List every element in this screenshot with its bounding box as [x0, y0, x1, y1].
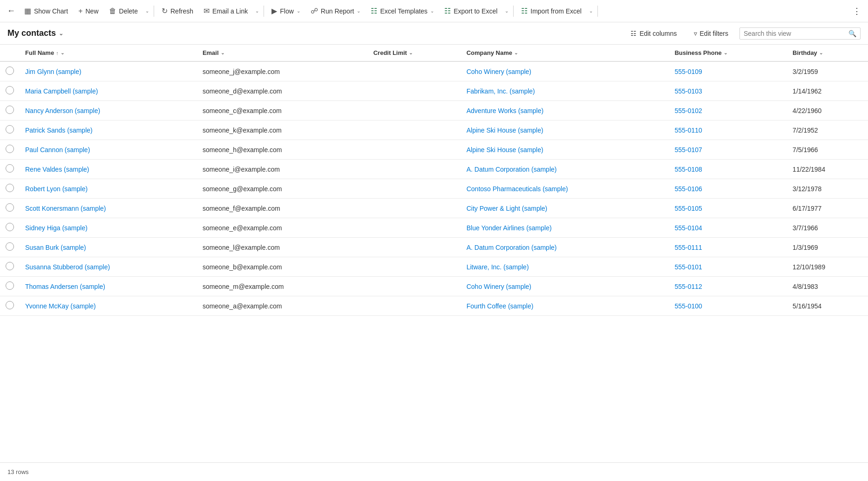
cell-birthday: 4/8/1983: [787, 277, 868, 296]
full-name-link[interactable]: Rene Valdes (sample): [25, 166, 89, 173]
full-name-link[interactable]: Robert Lyon (sample): [25, 185, 88, 193]
table-row: Scott Konersmann (sample)someone_f@examp…: [0, 199, 868, 218]
cell-full-name: Scott Konersmann (sample): [20, 199, 197, 218]
company-name-link[interactable]: City Power & Light (sample): [467, 205, 548, 212]
email-dropdown-button[interactable]: ⌄: [253, 6, 261, 16]
edit-filters-button[interactable]: ▿ Edit filters: [688, 27, 734, 40]
delete-button[interactable]: 🗑 Delete: [104, 4, 142, 18]
import-excel-button[interactable]: ☷ Import from Excel: [516, 4, 586, 18]
full-name-link[interactable]: Sidney Higa (sample): [25, 224, 88, 232]
full-name-link[interactable]: Patrick Sands (sample): [25, 127, 93, 134]
cell-credit-limit: [368, 199, 461, 218]
cell-email: someone_j@example.com: [197, 61, 368, 81]
cell-business-phone: 555-0109: [669, 61, 787, 81]
more-button[interactable]: ⋮: [849, 4, 864, 19]
col-business-phone[interactable]: Business Phone ⌄: [669, 45, 787, 61]
phone-value: 555-0109: [675, 68, 702, 75]
search-icon: 🔍: [848, 30, 856, 37]
full-name-link[interactable]: Paul Cannon (sample): [25, 146, 90, 154]
row-checkbox[interactable]: [6, 145, 14, 153]
email-link-button[interactable]: ✉ Email a Link: [199, 4, 252, 18]
import-dropdown-button[interactable]: ⌄: [587, 6, 595, 16]
row-checkbox[interactable]: [6, 223, 14, 231]
company-name-link[interactable]: A. Datum Corporation (sample): [467, 166, 557, 173]
row-count: 13 rows: [7, 468, 29, 475]
col-company-name[interactable]: Company Name ⌄: [461, 45, 669, 61]
col-email[interactable]: Email ⌄: [197, 45, 368, 61]
full-name-link[interactable]: Susanna Stubberod (sample): [25, 263, 110, 271]
export-excel-button[interactable]: ☷ Export to Excel: [440, 4, 502, 18]
phone-value: 555-0104: [675, 224, 702, 232]
full-name-link[interactable]: Maria Campbell (sample): [25, 87, 98, 95]
row-checkbox[interactable]: [6, 106, 14, 114]
company-name-link[interactable]: Alpine Ski House (sample): [467, 127, 543, 134]
company-name-link[interactable]: A. Datum Corporation (sample): [467, 244, 557, 251]
excel-templates-button[interactable]: ☷ Excel Templates ⌄: [366, 4, 439, 18]
row-checkbox[interactable]: [6, 67, 14, 75]
company-name-link[interactable]: Litware, Inc. (sample): [467, 263, 529, 271]
row-checkbox-cell: [0, 179, 20, 199]
row-checkbox[interactable]: [6, 203, 14, 212]
row-checkbox-cell: [0, 296, 20, 316]
company-name-link[interactable]: Fourth Coffee (sample): [467, 302, 534, 310]
row-checkbox-cell: [0, 120, 20, 140]
new-button[interactable]: + New: [74, 4, 103, 18]
company-name-link[interactable]: Fabrikam, Inc. (sample): [467, 87, 535, 95]
row-checkbox[interactable]: [6, 281, 14, 290]
phone-value: 555-0103: [675, 87, 702, 95]
cell-email: someone_b@example.com: [197, 257, 368, 277]
row-checkbox[interactable]: [6, 262, 14, 270]
search-input[interactable]: [744, 30, 848, 37]
full-name-link[interactable]: Scott Konersmann (sample): [25, 205, 106, 212]
edit-columns-button[interactable]: ☷ Edit columns: [625, 27, 682, 40]
cell-full-name: Susan Burk (sample): [20, 238, 197, 257]
run-report-button[interactable]: ☍ Run Report ⌄: [306, 4, 366, 18]
company-name-link[interactable]: Blue Yonder Airlines (sample): [467, 224, 552, 232]
row-checkbox[interactable]: [6, 164, 14, 173]
title-chevron-icon[interactable]: ⌄: [59, 30, 63, 37]
refresh-icon: ↻: [162, 7, 168, 15]
flow-button[interactable]: ▶ Flow ⌄: [267, 4, 305, 18]
cell-business-phone: 555-0103: [669, 81, 787, 101]
row-checkbox-cell: [0, 238, 20, 257]
cell-full-name: Thomas Andersen (sample): [20, 277, 197, 296]
search-box[interactable]: 🔍: [739, 27, 861, 40]
company-name-link[interactable]: Contoso Pharmaceuticals (sample): [467, 185, 568, 193]
full-name-link[interactable]: Yvonne McKay (sample): [25, 302, 96, 310]
company-name-link[interactable]: Coho Winery (sample): [467, 68, 531, 75]
full-name-link[interactable]: Thomas Andersen (sample): [25, 283, 105, 290]
col-full-name[interactable]: Full Name ↑ ⌄: [20, 45, 197, 61]
table-body: Jim Glynn (sample)someone_j@example.comC…: [0, 61, 868, 316]
row-checkbox[interactable]: [6, 125, 14, 134]
cell-company-name: Coho Winery (sample): [461, 277, 669, 296]
export-excel-label: Export to Excel: [454, 7, 497, 15]
col-credit-limit[interactable]: Credit Limit ⌄: [368, 45, 461, 61]
company-name-link[interactable]: Adventure Works (sample): [467, 107, 543, 114]
cell-birthday: 1/3/1969: [787, 238, 868, 257]
company-name-link[interactable]: Alpine Ski House (sample): [467, 146, 543, 154]
cell-credit-limit: [368, 179, 461, 199]
full-name-link[interactable]: Jim Glynn (sample): [25, 68, 81, 75]
col-birthday[interactable]: Birthday ⌄: [787, 45, 868, 61]
page-title-text: My contacts: [7, 28, 56, 38]
row-checkbox-cell: [0, 140, 20, 160]
export-dropdown-button[interactable]: ⌄: [503, 6, 510, 16]
back-button[interactable]: ←: [4, 4, 19, 19]
full-name-link[interactable]: Nancy Anderson (sample): [25, 107, 100, 114]
cell-company-name: City Power & Light (sample): [461, 199, 669, 218]
company-name-link[interactable]: Coho Winery (sample): [467, 283, 531, 290]
table-row: Jim Glynn (sample)someone_j@example.comC…: [0, 61, 868, 81]
table-row: Paul Cannon (sample)someone_h@example.co…: [0, 140, 868, 160]
row-checkbox[interactable]: [6, 184, 14, 192]
row-checkbox-cell: [0, 61, 20, 81]
cell-full-name: Susanna Stubberod (sample): [20, 257, 197, 277]
cell-email: someone_a@example.com: [197, 296, 368, 316]
delete-dropdown-button[interactable]: ⌄: [143, 6, 151, 16]
row-checkbox[interactable]: [6, 242, 14, 251]
row-checkbox[interactable]: [6, 301, 14, 309]
refresh-button[interactable]: ↻ Refresh: [157, 4, 198, 18]
phone-value: 555-0105: [675, 205, 702, 212]
full-name-link[interactable]: Susan Burk (sample): [25, 244, 86, 251]
show-chart-button[interactable]: ▦ Show Chart: [20, 4, 73, 18]
row-checkbox[interactable]: [6, 86, 14, 94]
